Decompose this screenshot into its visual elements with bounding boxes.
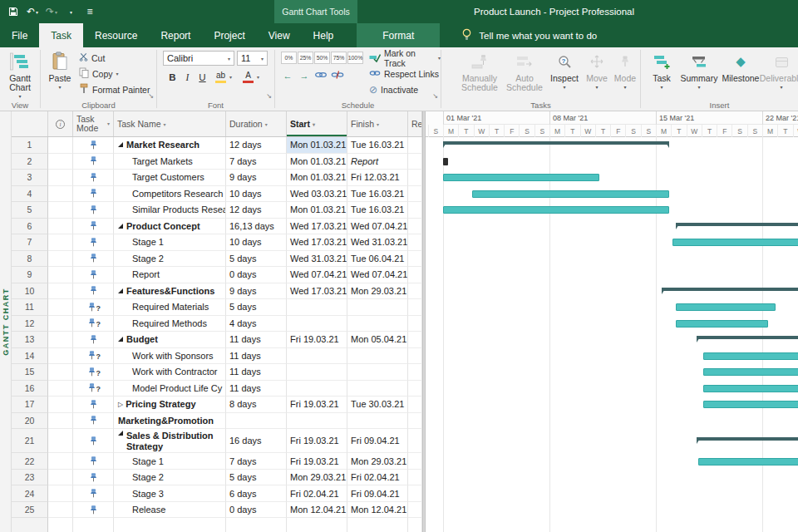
unlink-tasks-icon[interactable] — [331, 68, 344, 83]
task-name-cell[interactable]: Stage 1 — [114, 234, 226, 251]
start-cell[interactable]: Fri 19.03.21 — [287, 429, 347, 453]
row-number[interactable]: 15 — [12, 364, 48, 381]
task-name-cell[interactable]: Marketing&Promotion — [114, 413, 226, 430]
save-icon[interactable] — [5, 2, 22, 21]
collapse-icon[interactable] — [118, 224, 123, 229]
finish-cell[interactable]: Wed 07.04.21 — [347, 267, 408, 283]
gantt-bar-progress[interactable] — [443, 158, 448, 165]
finish-column-header[interactable]: Finish▾ — [347, 111, 408, 136]
duration-cell[interactable] — [226, 413, 287, 430]
info-cell[interactable] — [48, 381, 73, 397]
task-name-cell[interactable]: Release — [114, 502, 226, 519]
task-name-cell[interactable]: Competitors Research — [114, 186, 226, 203]
tab-report[interactable]: Report — [149, 23, 202, 47]
info-cell[interactable] — [48, 470, 73, 486]
gantt-bar-task[interactable] — [676, 303, 776, 311]
duration-cell[interactable]: 10 days — [226, 186, 287, 203]
resources-cell[interactable] — [408, 154, 422, 170]
gantt-bar-summary[interactable] — [676, 223, 798, 230]
info-cell[interactable] — [48, 502, 73, 519]
paste-button[interactable]: Paste ▾ — [46, 49, 74, 101]
ribbon-menu-icon[interactable]: ≡ — [81, 2, 98, 21]
start-cell[interactable] — [287, 381, 347, 397]
collapse-icon[interactable] — [118, 431, 123, 436]
task-mode-cell[interactable] — [73, 470, 114, 486]
task-name-cell[interactable]: Stage 1 — [114, 453, 226, 470]
finish-cell[interactable] — [347, 413, 408, 430]
gantt-bar-task[interactable] — [703, 401, 798, 408]
inspect-button[interactable]: ? Inspect ▾ — [548, 49, 581, 101]
task-mode-cell[interactable] — [73, 154, 114, 170]
resources-cell[interactable] — [408, 413, 422, 430]
info-cell[interactable] — [48, 453, 73, 470]
link-tasks-icon[interactable] — [314, 68, 328, 83]
row-number[interactable]: 5 — [12, 202, 48, 219]
duration-cell[interactable]: 6 days — [226, 485, 287, 502]
task-name-column-header[interactable]: Task Name▾ — [114, 111, 226, 136]
duration-cell[interactable]: 11 days — [226, 381, 287, 397]
indent-icon[interactable]: → — [298, 71, 311, 81]
resources-cell[interactable] — [408, 137, 422, 154]
info-cell[interactable] — [48, 316, 73, 332]
gantt-bar-task[interactable] — [672, 239, 798, 246]
respect-links-button[interactable]: Respect Links — [369, 66, 439, 81]
gantt-bar-task[interactable] — [443, 174, 599, 181]
tell-me-box[interactable]: Tell me what you want to do — [461, 23, 597, 47]
info-cell[interactable] — [48, 413, 73, 430]
resources-cell[interactable] — [408, 453, 422, 470]
insert-deliverable-button[interactable]: Deliverable ▾ — [762, 49, 798, 101]
start-cell[interactable]: Wed 17.03.21 — [287, 219, 347, 235]
row-number-header[interactable] — [12, 111, 48, 136]
resources-cell[interactable] — [408, 234, 422, 251]
duration-cell[interactable]: 12 days — [226, 137, 287, 154]
task-mode-cell[interactable] — [73, 485, 114, 502]
move-button[interactable]: Move ▾ — [583, 49, 611, 101]
gantt-bar-task[interactable] — [703, 368, 798, 376]
task-name-cell[interactable]: Required Methods — [114, 316, 226, 332]
redo-icon[interactable]: ↷▾ — [43, 2, 60, 21]
start-cell[interactable]: Fri 02.04.21 — [287, 485, 347, 502]
finish-cell[interactable]: Fri 02.04.21 — [347, 470, 408, 486]
underline-button[interactable]: U — [195, 70, 209, 85]
resources-cell[interactable] — [408, 316, 422, 332]
tab-format[interactable]: Format — [357, 23, 440, 47]
task-mode-cell[interactable] — [73, 170, 114, 186]
info-cell[interactable] — [48, 186, 73, 203]
gantt-bar-summary[interactable] — [443, 141, 669, 149]
task-mode-cell[interactable] — [73, 429, 114, 453]
task-name-cell[interactable]: Work with Sponsors — [114, 348, 226, 365]
start-cell[interactable]: Wed 03.03.21 — [287, 186, 347, 203]
start-cell[interactable] — [287, 348, 347, 365]
task-name-cell[interactable]: Market Research — [114, 137, 226, 154]
undo-icon[interactable]: ↶▾ — [24, 2, 41, 21]
task-name-cell[interactable]: Required Materials — [114, 299, 226, 316]
finish-cell[interactable] — [347, 364, 408, 381]
row-number[interactable]: 17 — [12, 397, 48, 413]
start-cell[interactable]: Fri 19.03.21 — [287, 397, 347, 413]
mark-on-track-button[interactable]: Mark on Track ▾ — [369, 51, 441, 65]
row-number[interactable]: 14 — [12, 348, 48, 365]
task-mode-cell[interactable] — [73, 453, 114, 470]
duration-cell[interactable]: 9 days — [226, 283, 287, 300]
task-name-cell[interactable]: Work with Contractor — [114, 364, 226, 381]
finish-cell[interactable]: Tue 06.04.21 — [347, 251, 408, 268]
finish-cell[interactable]: Mon 29.03.21 — [347, 283, 408, 300]
row-number[interactable]: 8 — [12, 251, 48, 268]
task-mode-cell[interactable] — [73, 413, 114, 430]
duration-cell[interactable]: 0 days — [226, 267, 287, 283]
row-number[interactable]: 16 — [12, 381, 48, 397]
finish-cell[interactable]: Fri 09.04.21 — [347, 485, 408, 502]
gantt-bar-task[interactable] — [703, 352, 798, 360]
resources-cell[interactable] — [408, 202, 422, 219]
duration-cell[interactable]: 11 days — [226, 332, 287, 348]
manually-schedule-button[interactable]: Manually Schedule — [456, 49, 503, 101]
task-mode-cell[interactable] — [73, 251, 114, 268]
task-mode-cell[interactable]: ? — [73, 364, 114, 381]
info-cell[interactable] — [48, 332, 73, 348]
gantt-bar-task[interactable] — [703, 385, 798, 392]
task-mode-cell[interactable]: ? — [73, 299, 114, 316]
row-number[interactable]: 23 — [12, 470, 48, 486]
task-mode-cell[interactable] — [73, 186, 114, 203]
duration-cell[interactable]: 16 days — [226, 429, 287, 453]
duration-cell[interactable]: 10 days — [226, 234, 287, 251]
